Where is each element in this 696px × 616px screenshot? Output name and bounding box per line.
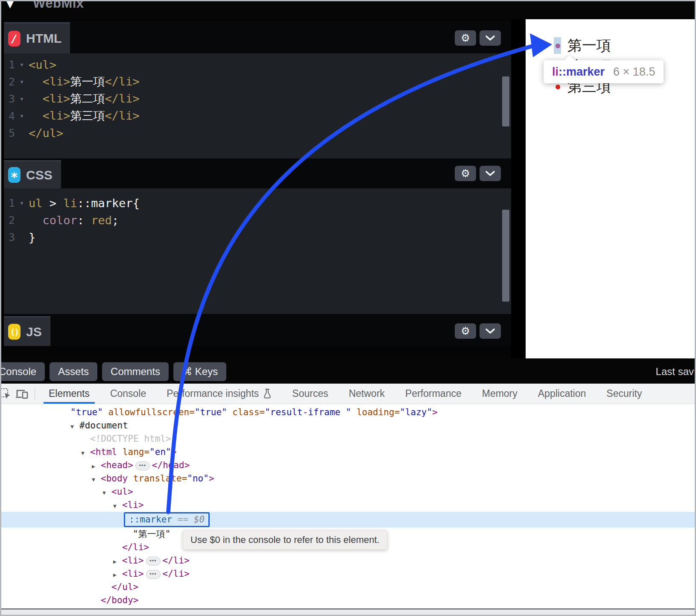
tree-row[interactable]: ▼#document (1, 419, 695, 432)
ellipsis-expander-icon[interactable]: ••• (146, 570, 161, 579)
js-panel-header: () JS ⚙ (4, 314, 511, 346)
code-line[interactable]: 4▾ <li>第三項</li> (4, 107, 511, 124)
tree-row[interactable]: ▶<li>•••</li> (1, 567, 695, 581)
js-settings-button[interactable]: ⚙ (455, 323, 476, 339)
tab-label: Console (110, 388, 146, 399)
code-token: ::marker{ (77, 197, 140, 210)
fold-caret-icon[interactable]: ▾ (15, 199, 29, 207)
code-token (29, 109, 43, 122)
inspect-element-icon[interactable] (0, 387, 12, 400)
js-collapse-button[interactable] (480, 323, 501, 339)
editor-column: / HTML ⚙ 1▾<ul>2▾ <li>第一項</li>3▾ <li>第二項… (4, 19, 511, 358)
list-marker-dot (556, 85, 560, 89)
tab-label: Application (538, 388, 586, 399)
code-line[interactable]: 5</ul> (4, 124, 511, 141)
line-number: 3 (4, 93, 15, 105)
tab-label: Sources (292, 388, 328, 399)
code-token: "result-iframe " (265, 407, 351, 417)
code-token: 第三項 (70, 109, 105, 122)
expand-arrow-right-icon[interactable]: ▶ (92, 460, 101, 473)
tree-row[interactable]: ▼<html lang="en"> (1, 446, 695, 459)
list-marker-inspected (556, 44, 560, 48)
code-line[interactable]: 2 color: red; (4, 211, 511, 229)
code-line[interactable]: 1▾<ul> (4, 56, 511, 73)
css-collapse-button[interactable] (480, 166, 501, 181)
tree-row-selected-marker[interactable]: ::marker == $0 (1, 512, 695, 528)
code-token: </ul> (111, 582, 138, 592)
code-token: > (171, 447, 177, 457)
devtools-tab-application[interactable]: Application (528, 384, 597, 404)
code-text: color: red; (29, 214, 119, 227)
elements-tree: "true" allowfullscreen="true" class="res… (1, 406, 695, 607)
expand-arrow-down-icon[interactable]: ▼ (92, 473, 101, 486)
js-panel-label: JS (26, 325, 42, 339)
device-toolbar-icon[interactable] (15, 387, 29, 400)
tree-row[interactable]: ▶<li>•••</li> (1, 554, 695, 567)
html-panel-tab[interactable]: / HTML (4, 22, 70, 53)
fold-caret-icon[interactable]: ▾ (15, 111, 29, 120)
devtools-tab-sources[interactable]: Sources (282, 384, 338, 404)
css-code-editor[interactable]: 1▾ul > li::marker{2 color: red;3} (4, 188, 511, 314)
html-collapse-button[interactable] (480, 30, 501, 46)
tree-row[interactable]: </ul> (1, 581, 695, 594)
code-token: <body (101, 473, 128, 484)
css-settings-button[interactable]: ⚙ (455, 166, 476, 181)
devtools-tab-security[interactable]: Security (596, 384, 652, 404)
code-token: > (43, 197, 64, 210)
playground-button-assets[interactable]: Assets (50, 362, 97, 381)
js-panel-tab[interactable]: () JS (4, 316, 50, 346)
code-line[interactable]: 2▾ <li>第一項</li> (4, 73, 511, 90)
code-token: </li> (163, 555, 190, 566)
code-token: } (29, 231, 35, 244)
chevron-down-icon (485, 170, 495, 176)
html-code-editor[interactable]: 1▾<ul>2▾ <li>第一項</li>3▾ <li>第二項</li>4▾ <… (4, 53, 511, 158)
code-token: "lazy" (400, 407, 432, 417)
tree-row[interactable]: "true" allowfullscreen="true" class="res… (1, 406, 695, 419)
devtools-tab-performance[interactable]: Performance (395, 384, 472, 404)
tree-row[interactable]: ▼<li> (1, 499, 695, 512)
playground-button-keys[interactable]: ⌘ Keys (173, 362, 226, 381)
tree-row[interactable]: </body> (1, 594, 695, 607)
devtools-tab-memory[interactable]: Memory (472, 384, 528, 404)
tree-row[interactable]: <!DOCTYPE html> (1, 432, 695, 446)
tree-row[interactable]: ▶<head>•••</head> (1, 459, 695, 472)
expand-arrow-right-icon[interactable]: ▶ (113, 555, 122, 568)
code-line[interactable]: 1▾ul > li::marker{ (4, 194, 511, 211)
playground-button-comments[interactable]: Comments (102, 362, 169, 381)
fold-caret-icon[interactable]: ▾ (15, 94, 29, 103)
code-line[interactable]: 3} (4, 229, 511, 246)
code-token (227, 407, 233, 417)
ellipsis-expander-icon[interactable]: ••• (146, 557, 161, 566)
code-token: </li> (105, 75, 140, 88)
app-title: WebMix (33, 1, 84, 11)
code-token: </li> (105, 109, 140, 122)
expand-arrow-down-icon[interactable]: ▼ (81, 446, 90, 460)
code-line[interactable]: 3▾ <li>第二項</li> (4, 90, 511, 107)
fold-caret-icon[interactable]: ▾ (15, 77, 29, 86)
code-token: ; (112, 214, 119, 227)
fold-caret-icon[interactable]: ▾ (15, 60, 29, 69)
expand-arrow-down-icon[interactable]: ▼ (70, 420, 79, 433)
devtools-tab-network[interactable]: Network (339, 384, 395, 404)
ellipsis-expander-icon[interactable]: ••• (135, 461, 150, 470)
expand-arrow-right-icon[interactable]: ▶ (113, 568, 122, 581)
devtools-tab-elements[interactable]: Elements (38, 384, 100, 404)
tree-row[interactable]: ▼<body translate="no"> (1, 472, 695, 485)
code-token: ::marker (129, 514, 172, 525)
html-settings-button[interactable]: ⚙ (455, 30, 476, 46)
expand-arrow-down-icon[interactable]: ▼ (102, 486, 111, 499)
css-panel-tab[interactable]: * CSS (4, 160, 61, 188)
devtools-tab-performance-insights[interactable]: Performance insights (156, 384, 282, 404)
collapse-chevron-icon[interactable]: ▾ (6, 1, 14, 11)
code-token (29, 214, 43, 227)
code-token: == (172, 514, 194, 525)
line-number: 1 (4, 59, 15, 71)
expand-arrow-down-icon[interactable]: ▼ (113, 499, 122, 513)
inspect-tooltip-selector: li::marker (552, 65, 605, 79)
css-editor-scrollbar[interactable] (502, 210, 509, 302)
devtools-tab-console[interactable]: Console (100, 384, 156, 404)
playground-button-console[interactable]: Console (1, 362, 45, 381)
html-editor-scrollbar[interactable] (502, 76, 509, 126)
code-text: ul > li::marker{ (29, 197, 140, 210)
tree-row[interactable]: ▼<ul> (1, 485, 695, 499)
